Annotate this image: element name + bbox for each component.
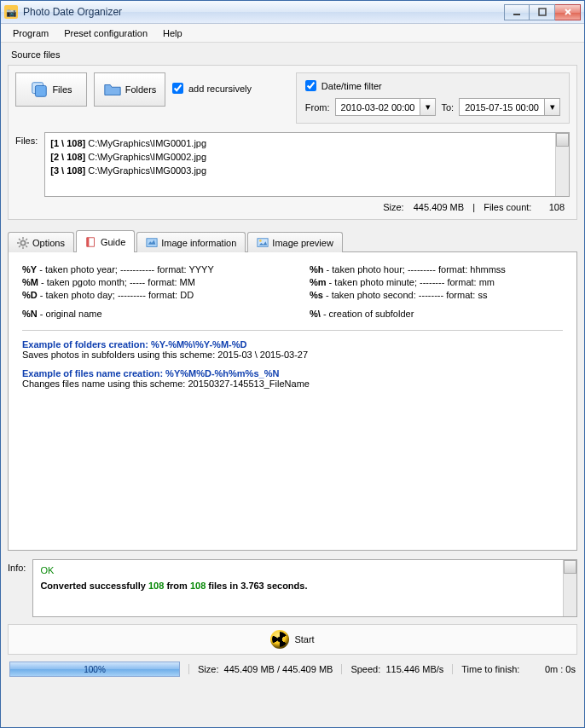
files-icon — [30, 80, 49, 99]
datetime-filter-panel: Date/time filter From: 2010-03-02 00:00 … — [296, 72, 570, 124]
to-date-dropdown-icon[interactable]: ▾ — [544, 99, 559, 115]
guide-h: %h - taken photo hour; --------- format:… — [310, 264, 563, 274]
image-preview-icon — [257, 237, 269, 249]
source-panel: Files Folders add recursively Date/time … — [8, 65, 577, 220]
example-folders-desc: Saves photos in subfolders using this sc… — [22, 350, 563, 360]
from-date-dropdown-icon[interactable]: ▾ — [420, 99, 435, 115]
menu-preset[interactable]: Preset configuration — [57, 26, 154, 41]
from-date-value: 2010-03-02 00:00 — [336, 102, 420, 113]
to-label: To: — [441, 102, 454, 113]
tab-image-preview-label: Image preview — [272, 238, 333, 248]
files-button[interactable]: Files — [15, 72, 87, 107]
example-folders-title: Example of folders creation: %Y-%M%\%Y-%… — [22, 339, 563, 350]
from-label: From: — [305, 102, 330, 113]
svg-rect-0 — [513, 14, 520, 15]
datetime-filter-label: Date/time filter — [321, 81, 382, 91]
start-button-label: Start — [294, 634, 314, 644]
start-button[interactable]: Start — [8, 624, 577, 655]
main-window: 📷 Photo Date Organizer Program Preset co… — [0, 0, 585, 728]
radiation-icon — [270, 630, 289, 649]
status-size: Size: 445.409 MB / 445.409 MB — [188, 664, 333, 674]
info-line: Converted successfully 108 from 108 file… — [40, 581, 570, 591]
from-date-field[interactable]: 2010-03-02 00:00 ▾ — [335, 98, 437, 116]
folders-icon — [103, 80, 122, 99]
datetime-filter-checkbox[interactable]: Date/time filter — [305, 80, 560, 91]
guide-m-upper: %M - taken pgoto month; ----- format: MM — [22, 277, 275, 287]
scrollbar[interactable] — [563, 560, 576, 616]
status-ttf: Time to finish: — [452, 664, 519, 674]
list-item[interactable]: [3 \ 108] C:\MyGraphics\IMG0003.jpg — [50, 164, 564, 177]
menu-help[interactable]: Help — [156, 26, 189, 41]
guide-tab-content: %Y%Y - taken photo year; ----------- for… — [8, 252, 577, 551]
tab-guide-label: Guide — [101, 237, 125, 247]
svg-point-7 — [259, 240, 262, 242]
folders-button[interactable]: Folders — [94, 72, 165, 107]
status-ttf-value: 0m : 0s — [545, 664, 576, 674]
tab-options[interactable]: Options — [8, 232, 74, 252]
svg-rect-3 — [36, 85, 47, 96]
image-info-icon — [146, 237, 158, 249]
list-item[interactable]: [1 \ 108] C:\MyGraphics\IMG0001.jpg — [50, 136, 564, 150]
folders-button-label: Folders — [125, 84, 157, 95]
files-button-label: Files — [52, 84, 72, 95]
window-title: Photo Date Organizer — [23, 6, 504, 18]
menu-program[interactable]: Program — [6, 26, 55, 41]
scrollbar[interactable] — [555, 133, 569, 196]
tab-options-label: Options — [32, 238, 65, 248]
scrollbar-thumb[interactable] — [564, 560, 576, 574]
svg-point-4 — [20, 240, 25, 245]
scrollbar-thumb[interactable] — [556, 133, 569, 147]
tab-image-info-label: Image information — [161, 238, 236, 248]
count-value: 108 — [549, 202, 565, 212]
status-bar: 100% Size: 445.409 MB / 445.409 MB Speed… — [8, 662, 577, 682]
count-label: Files count: — [484, 202, 531, 212]
tab-bar: Options Guide Image information Image pr… — [8, 230, 577, 252]
svg-rect-1 — [539, 9, 546, 15]
close-button[interactable] — [555, 4, 581, 20]
book-icon — [85, 236, 97, 248]
tab-guide[interactable]: Guide — [76, 230, 135, 252]
guide-s: %s - taken photo second: -------- format… — [310, 290, 563, 300]
gear-icon — [17, 237, 29, 249]
svg-rect-6 — [258, 238, 268, 246]
to-date-value: 2015-07-15 00:00 — [460, 102, 544, 113]
source-section-label: Source files — [11, 49, 577, 60]
files-list-label: Files: — [15, 132, 38, 197]
datetime-filter-input[interactable] — [305, 80, 316, 91]
maximize-button[interactable] — [530, 4, 555, 20]
info-ok: OK — [40, 565, 570, 575]
add-recursively-label: add recursively — [188, 84, 252, 94]
guide-n: %N - original name — [22, 309, 275, 319]
info-label: Info: — [8, 559, 26, 617]
info-box[interactable]: OK Converted successfully 108 from 108 f… — [32, 559, 577, 617]
add-recursively-input[interactable] — [172, 83, 183, 94]
guide-y: %Y%Y - taken photo year; ----------- for… — [22, 264, 275, 274]
to-date-field[interactable]: 2015-07-15 00:00 ▾ — [459, 98, 560, 116]
file-stats: Size: 445.409 MB | Files count: 108 — [15, 202, 570, 212]
example-files-title: Example of files name creation: %Y%M%D-%… — [22, 368, 563, 378]
list-item[interactable]: [2 \ 108] C:\MyGraphics\IMG0002.jpg — [50, 150, 564, 164]
tab-image-info[interactable]: Image information — [136, 232, 246, 252]
status-speed: Speed: 115.446 MB/s — [341, 664, 443, 674]
minimize-button[interactable] — [504, 4, 530, 20]
menu-bar: Program Preset configuration Help — [1, 24, 584, 43]
size-value: 445.409 MB — [414, 202, 464, 212]
tab-image-preview[interactable]: Image preview — [247, 232, 343, 252]
progress-bar: 100% — [9, 662, 180, 677]
add-recursively-checkbox[interactable]: add recursively — [172, 83, 252, 94]
size-label: Size: — [383, 202, 403, 212]
progress-percent: 100% — [10, 662, 179, 676]
app-icon: 📷 — [4, 5, 18, 19]
example-files-desc: Changes files name using this scheme: 20… — [22, 378, 563, 389]
guide-d: %D - taken photo day; --------- format: … — [22, 290, 275, 300]
titlebar: 📷 Photo Date Organizer — [1, 1, 584, 24]
guide-slash: %\ - creation of subfolder — [310, 309, 563, 319]
svg-rect-5 — [147, 238, 157, 246]
files-list[interactable]: [1 \ 108] C:\MyGraphics\IMG0001.jpg [2 \… — [44, 132, 570, 197]
guide-m-lower: %m - taken photo minute; -------- format… — [310, 277, 563, 287]
